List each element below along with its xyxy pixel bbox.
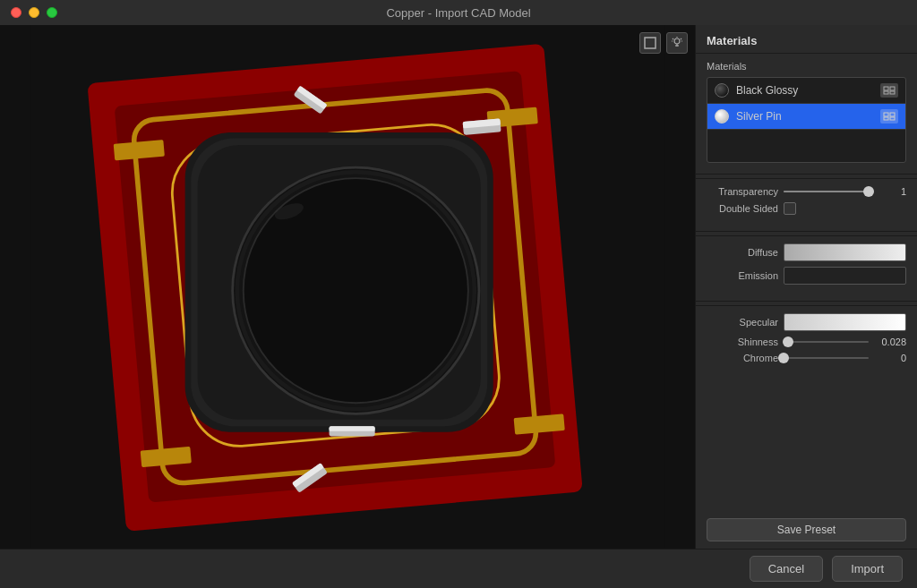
svg-rect-36 <box>884 87 888 90</box>
materials-section: Materials Black Glossy Silver Pin <box>696 54 917 170</box>
svg-point-1 <box>674 38 680 44</box>
panel-title: Materials <box>707 34 757 47</box>
divider-3 <box>696 301 917 302</box>
svg-rect-43 <box>890 117 895 120</box>
shinness-value: 0.028 <box>874 337 906 347</box>
chrome-slider[interactable] <box>784 356 869 360</box>
diffuse-swatch[interactable] <box>784 243 906 261</box>
transparency-row: Transparency 1 <box>707 186 906 197</box>
double-sided-row: Double Sided <box>707 202 906 215</box>
svg-rect-40 <box>884 113 888 116</box>
svg-line-6 <box>673 38 673 39</box>
divider-1 <box>696 174 917 175</box>
cancel-button[interactable]: Cancel <box>750 556 823 582</box>
svg-rect-42 <box>884 117 888 120</box>
shinness-slider[interactable] <box>784 340 869 344</box>
import-button[interactable]: Import <box>832 556 903 582</box>
emission-swatch[interactable] <box>784 267 906 285</box>
transparency-thumb[interactable] <box>863 186 874 197</box>
properties-section: Transparency 1 Double Sided <box>696 178 917 227</box>
material-name-silver-pin: Silver Pin <box>736 110 873 123</box>
viewport-toolbar <box>639 32 688 54</box>
scene-svg <box>0 25 695 549</box>
transparency-fill <box>784 191 869 192</box>
svg-rect-41 <box>890 113 895 116</box>
chrome-label: Chrome <box>707 353 778 363</box>
title-bar: Copper - Import CAD Model <box>0 0 917 25</box>
panel-header: Materials <box>696 25 917 54</box>
specular-label: Specular <box>707 317 778 328</box>
scene-container[interactable] <box>0 25 695 549</box>
color-section: Diffuse Emission <box>696 235 917 297</box>
transparency-label: Transparency <box>707 186 778 197</box>
emission-row: Emission <box>707 267 906 285</box>
bottom-bar: Cancel Import <box>0 549 917 588</box>
diffuse-label: Diffuse <box>707 247 778 258</box>
double-sided-checkbox[interactable] <box>784 202 796 215</box>
material-options-black-glossy[interactable] <box>880 83 898 98</box>
specular-section: Specular Shinness 0.028 Chrome <box>696 305 917 376</box>
maximize-button[interactable] <box>47 7 57 18</box>
materials-label: Materials <box>707 61 906 72</box>
material-item-silver-pin[interactable]: Silver Pin <box>707 104 905 130</box>
viewport-light-btn[interactable] <box>666 32 688 54</box>
svg-rect-39 <box>890 91 895 94</box>
shinness-label: Shinness <box>707 337 778 347</box>
save-preset-button[interactable]: Save Preset <box>707 518 906 541</box>
emission-label: Emission <box>707 270 778 281</box>
divider-2 <box>696 231 917 232</box>
diffuse-row: Diffuse <box>707 243 906 261</box>
svg-rect-38 <box>884 91 888 94</box>
viewport[interactable] <box>0 25 695 549</box>
minimize-button[interactable] <box>29 7 39 18</box>
chrome-row: Chrome 0 <box>707 353 906 363</box>
double-sided-label: Double Sided <box>707 203 778 214</box>
material-item-black-glossy[interactable]: Black Glossy <box>707 78 905 104</box>
window-title: Copper - Import CAD Model <box>386 6 530 20</box>
svg-rect-37 <box>890 87 895 90</box>
transparency-value: 1 <box>874 186 906 197</box>
main-area: Materials Materials Black Glossy Silver … <box>0 25 917 549</box>
material-name-black-glossy: Black Glossy <box>736 84 873 97</box>
viewport-square-btn[interactable] <box>639 32 661 54</box>
transparency-slider[interactable] <box>784 190 869 193</box>
material-list-empty <box>707 130 905 162</box>
transparency-track <box>784 191 869 192</box>
shinness-thumb[interactable] <box>783 337 793 347</box>
shinness-track <box>784 341 869 343</box>
chrome-value: 0 <box>874 353 906 363</box>
chrome-track <box>784 357 869 359</box>
panel-spacer <box>696 376 917 511</box>
window-controls[interactable] <box>11 7 57 18</box>
material-options-silver-pin[interactable] <box>880 109 898 124</box>
material-ball-silver <box>715 109 729 124</box>
right-panel: Materials Materials Black Glossy Silver … <box>695 25 917 549</box>
shinness-row: Shinness 0.028 <box>707 337 906 347</box>
svg-rect-34 <box>330 426 375 431</box>
material-list: Black Glossy Silver Pin <box>707 77 906 163</box>
svg-rect-0 <box>645 38 656 48</box>
close-button[interactable] <box>11 7 21 18</box>
chrome-thumb[interactable] <box>778 353 789 363</box>
material-ball-black <box>715 83 729 98</box>
specular-row: Specular <box>707 313 906 331</box>
specular-swatch[interactable] <box>784 313 906 331</box>
svg-line-5 <box>681 38 681 39</box>
